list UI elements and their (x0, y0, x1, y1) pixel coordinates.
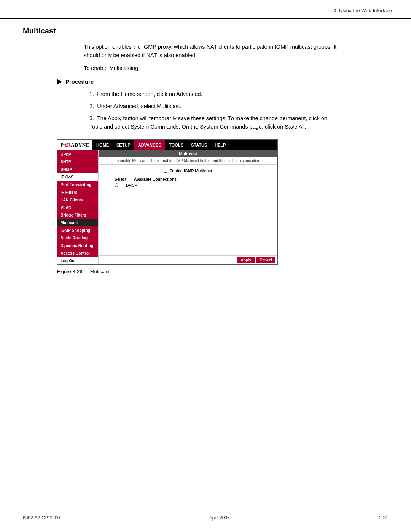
enable-igmp-row: Enable IGMP Multicast (103, 169, 273, 173)
footer-center: April 2005 (209, 515, 230, 521)
sidebar-item-ipqos[interactable]: IP QoS (57, 173, 98, 181)
page-header: 3. Using the Web Interface (333, 8, 392, 13)
nav-home[interactable]: HOME (92, 140, 113, 150)
sidebar-item-ip-filters[interactable]: IP Filters (57, 188, 98, 196)
connections-header: Select Available Connections (115, 177, 273, 182)
nav-help[interactable]: HELP (211, 140, 229, 150)
sidebar-item-static-routing[interactable]: Static Routing (57, 234, 98, 242)
apply-button[interactable]: Apply (237, 257, 255, 263)
nav-advanced[interactable]: ADVANCED (134, 140, 166, 150)
logo-text: PARADYNE (61, 142, 89, 148)
panel-content: Enable IGMP Multicast Select Available C… (99, 165, 277, 255)
dhcp-label: DHCP (126, 183, 137, 188)
nav-items: HOME SETUP ADVANCED TOOLS STATUS HELP (92, 140, 230, 150)
figure-caption: Figure 3-26. Multicast (57, 269, 388, 274)
sidebar-item-log-out[interactable]: Log Out (57, 257, 98, 264)
steps-list: 1. From the Home screen, click on Advanc… (89, 90, 341, 131)
body-text-1: This option enables the IGMP proxy, whic… (84, 43, 342, 60)
main-panel: Multicast To enable Multicast, check Ena… (99, 150, 277, 264)
main-content: Multicast This option enables the IGMP p… (23, 27, 388, 274)
sidebar-item-port-forwarding[interactable]: Port Forwarding (57, 181, 98, 188)
dhcp-radio[interactable] (115, 183, 118, 187)
procedure-heading: Procedure (57, 78, 388, 85)
sidebar-item-upnp[interactable]: UPnP (57, 150, 98, 158)
sidebar: UPnP SNTP SNMP IP QoS Port Forwarding IP… (57, 150, 99, 264)
col-select: Select (115, 177, 126, 182)
footer-right: 3-31 (379, 515, 388, 521)
panel-footer: Apply Cancel (99, 255, 277, 264)
step-2: 2. Under Advanced, select Muliticast. (89, 102, 341, 111)
enable-igmp-label: Enable IGMP Multicast (169, 169, 212, 173)
enable-igmp-checkbox[interactable] (164, 169, 167, 173)
page-footer: 6382-A2-GB20-00 April 2005 3-31 (0, 515, 411, 521)
step-3: 3. The Apply button will temporarily sav… (89, 115, 341, 131)
connections-row-dhcp: DHCP (115, 183, 273, 188)
panel-info-text: To enable Multicast, check Enable IGMP M… (99, 157, 277, 165)
sidebar-item-access-control[interactable]: Access Control (57, 249, 98, 257)
chapter-label: 3. Using the Web Interface (333, 8, 392, 13)
footer-rule (0, 511, 411, 511)
connections-table: Select Available Connections DHCP (115, 177, 273, 188)
nav-tools[interactable]: TOOLS (165, 140, 187, 150)
sidebar-item-dynamic-routing[interactable]: Dynamic Routing (57, 242, 98, 249)
col-available: Available Connections (134, 177, 177, 182)
router-body: UPnP SNTP SNMP IP QoS Port Forwarding IP… (57, 150, 277, 264)
sidebar-item-bridge-filters[interactable]: Bridge Filters (57, 211, 98, 219)
sidebar-item-multicast[interactable]: Multicast (57, 219, 98, 226)
step-1: 1. From the Home screen, click on Advanc… (89, 90, 341, 99)
section-title: Multicast (23, 27, 388, 35)
cancel-button[interactable]: Cancel (256, 257, 275, 263)
nav-setup[interactable]: SETUP (113, 140, 134, 150)
router-navbar: PARADYNE HOME SETUP ADVANCED TOOLS STATU… (57, 140, 277, 150)
sidebar-item-sntp[interactable]: SNTP (57, 158, 98, 166)
sidebar-item-snmp[interactable]: SNMP (57, 166, 98, 173)
sidebar-item-igmp-snooping[interactable]: IGMP Snooping (57, 226, 98, 234)
sidebar-item-lan-clients[interactable]: LAN Clients (57, 196, 98, 204)
navbar-logo: PARADYNE (57, 140, 92, 150)
nav-status[interactable]: STATUS (187, 140, 211, 150)
sidebar-item-vlan[interactable]: VLAN (57, 204, 98, 211)
footer-left: 6382-A2-GB20-00 (23, 515, 60, 521)
procedure-arrow-icon (57, 79, 62, 85)
top-rule (0, 18, 411, 19)
body-text-2: To enable Multicasting: (84, 64, 342, 73)
panel-title: Multicast (99, 150, 277, 157)
screenshot-container: PARADYNE HOME SETUP ADVANCED TOOLS STATU… (57, 139, 278, 265)
procedure-label: Procedure (65, 78, 94, 85)
